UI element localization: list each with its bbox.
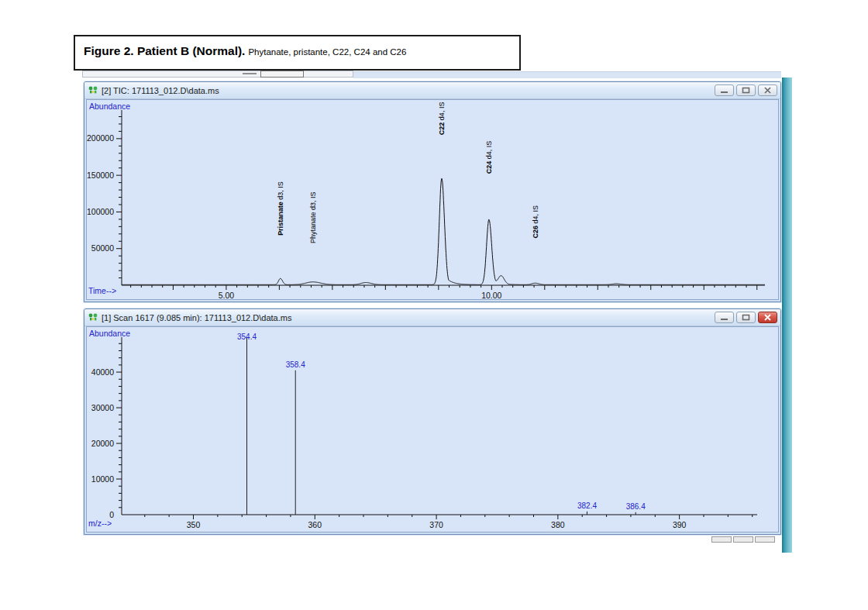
window-fragment-button[interactable] [755,536,775,543]
scrollbar-thumb[interactable] [260,71,304,78]
figure-caption-subtitle: Phytanate, pristante, C22, C24 and C26 [248,47,406,57]
x-tick-label: 350 [187,520,201,529]
maximize-button[interactable] [736,84,756,96]
y-tick-label: 10000 [91,474,114,484]
y-tick-label: 20000 [91,439,114,448]
mass-stick-label: 382.4 [577,501,597,510]
y-tick-label: 150000 [87,171,114,180]
y-tick-label: 30000 [91,403,114,412]
mass-stick-label: 354.4 [237,333,257,341]
toolbar-fragment [82,71,353,78]
close-icon[interactable] [758,84,777,96]
toolbar-fragment-right [353,71,781,78]
chart-trace [122,178,765,284]
x-tick-label: 390 [673,520,687,529]
spectrum-window-title: [1] Scan 1617 (9.085 min): 171113_012.D\… [102,313,291,322]
y-tick-label: 200000 [87,133,114,143]
spectrum-chart: 010000200003000040000350360370380390354.… [87,327,779,532]
x-tick-label: 5.00 [219,291,235,300]
tic-window-title: [2] TIC: 171113_012.D\data.ms [102,86,219,95]
tic-x-axis-title: Time--> [88,286,116,295]
mass-stick-label: 358.4 [286,360,305,369]
x-tick-label: 370 [429,520,443,529]
mass-stick-label: 386.4 [626,502,646,511]
y-tick-label: 40000 [91,367,114,377]
window-fragment-button[interactable] [733,536,753,543]
y-tick-label: 100000 [87,207,114,216]
peak-label: C22 d4, IS [438,102,446,136]
spectrum-window-icon [88,311,98,325]
x-tick-label: 380 [551,520,565,529]
figure-caption-title: Figure 2. Patient B (Normal). [84,44,245,57]
minimize-button[interactable] [715,312,734,323]
scrollbar-dash [243,73,257,74]
tic-chart: 500001000001500002000005.0010.00Pristana… [87,100,779,300]
peak-label: Pristanate d3, IS [277,181,284,236]
tic-window: [2] TIC: 171113_012.D\data.ms Abundance … [84,81,781,302]
peak-label: C24 d4, IS [485,141,493,174]
minimize-button[interactable] [715,84,734,96]
spectrum-x-axis-title: m/z--> [88,519,112,528]
app-background-strip [782,78,792,553]
figure-caption-box: Figure 2. Patient B (Normal).Phytanate, … [74,35,521,71]
y-tick-label: 0 [109,510,114,519]
document-page: Figure 2. Patient B (Normal).Phytanate, … [0,0,868,610]
y-tick-label: 50000 [91,243,114,253]
chromatogram-window-icon [88,84,98,98]
peak-label: C26 d4, IS [532,205,539,239]
peak-label: Phytanate d3, IS [309,192,317,244]
spectrum-plot-area[interactable]: Abundance m/z--> 01000020000300004000035… [86,326,779,532]
tic-plot-area[interactable]: Abundance Time--> 5000010000015000020000… [86,99,779,300]
maximize-button[interactable] [736,312,756,323]
x-tick-label: 360 [308,520,322,529]
close-icon[interactable] [758,312,777,323]
spectrum-window: [1] Scan 1617 (9.085 min): 171113_012.D\… [84,308,781,535]
spectrum-y-axis-title: Abundance [89,329,130,338]
tic-y-axis-title: Abundance [89,102,130,111]
spectrum-titlebar[interactable]: [1] Scan 1617 (9.085 min): 171113_012.D\… [84,309,780,326]
window-fragment-button[interactable] [711,536,732,543]
x-tick-label: 10.00 [481,291,501,300]
tic-titlebar[interactable]: [2] TIC: 171113_012.D\data.ms [84,82,780,99]
